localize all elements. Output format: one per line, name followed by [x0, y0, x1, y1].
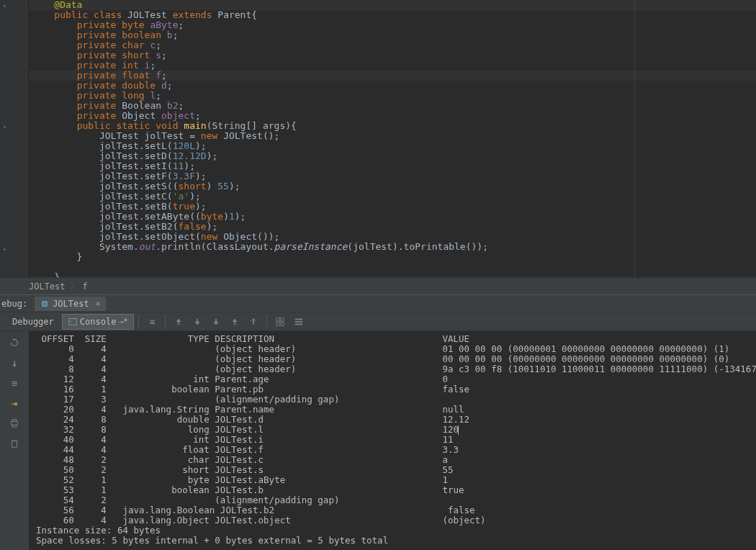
svg-rect-1	[43, 302, 47, 303]
debug-toolbar: Debugger Console →* ≡	[0, 312, 756, 331]
console-icon	[68, 317, 77, 326]
trash-icon[interactable]	[7, 436, 22, 451]
console-output[interactable]: OFFSET SIZE TYPE DESCRIPTION VALUE 0 4 (…	[29, 331, 756, 550]
code-line[interactable]: JOLTest jolTest = new JOLTest();	[29, 131, 756, 141]
console-side-toolbar: ↓ ≡ ⇥	[0, 331, 29, 550]
svg-rect-2	[43, 304, 47, 305]
code-line[interactable]: jolTest.setL(120L);	[29, 141, 756, 151]
gutter-fold-icon[interactable]: ▸	[3, 122, 7, 130]
code-line[interactable]: private char c;	[29, 40, 756, 50]
gutter-fold-icon[interactable]: ▸	[3, 1, 7, 9]
svg-rect-0	[42, 301, 48, 307]
code-line[interactable]: public static void main(String[] args){	[29, 121, 756, 131]
svg-rect-19	[12, 441, 17, 448]
toggle-soft-wrap-icon[interactable]: ≡	[143, 314, 161, 330]
editor-gutter[interactable]: ▸▸▸	[0, 0, 27, 277]
down-arrow-icon[interactable]: ↓	[7, 356, 22, 370]
svg-rect-9	[276, 317, 279, 320]
debug-session-tab[interactable]: JOLTest ✕	[35, 297, 106, 311]
step-icon[interactable]: ⇥	[7, 396, 22, 410]
svg-rect-4	[179, 322, 180, 325]
code-line[interactable]: System.out.println(ClassLayout.parseInst…	[29, 242, 756, 252]
up-stack-icon[interactable]	[170, 314, 187, 330]
code-line[interactable]: private boolean b;	[29, 30, 756, 40]
debug-tool-window-header: ebug: JOLTest ✕	[0, 294, 756, 312]
breadcrumb-method[interactable]: f	[83, 281, 88, 292]
code-line[interactable]: jolTest.setObject(new Object());	[29, 232, 756, 242]
rerun-icon[interactable]	[7, 335, 22, 350]
svg-rect-12	[281, 322, 284, 325]
code-line[interactable]: jolTest.setB2(false);	[29, 222, 756, 232]
code-line[interactable]	[29, 262, 756, 272]
code-line[interactable]: private double d;	[29, 81, 756, 91]
code-line[interactable]: jolTest.setD(12.12D);	[29, 151, 756, 161]
svg-rect-10	[281, 317, 284, 320]
svg-rect-17	[12, 420, 16, 422]
svg-rect-11	[276, 322, 279, 325]
debug-tab-label: JOLTest	[53, 299, 89, 309]
debugger-tab[interactable]: Debugger	[6, 314, 60, 330]
debug-config-icon	[40, 299, 49, 308]
code-line[interactable]: jolTest.setC('a');	[29, 191, 756, 202]
gutter-fold-icon[interactable]: ▸	[3, 245, 7, 253]
code-line[interactable]: private Object object;	[29, 111, 756, 121]
pin-icon: →*	[119, 317, 127, 325]
code-line[interactable]: @Data	[29, 0, 756, 10]
print-icon[interactable]	[7, 416, 22, 430]
breadcrumb[interactable]: JOLTest 〉 f	[0, 277, 756, 294]
svg-rect-16	[12, 421, 18, 425]
code-editor[interactable]: ▸▸▸ @Data public class JOLTest extends P…	[0, 0, 756, 277]
code-line[interactable]: }	[29, 272, 756, 277]
code-line[interactable]: jolTest.setB(true);	[29, 202, 756, 212]
svg-rect-20	[12, 441, 18, 441]
code-line[interactable]: }	[29, 252, 756, 262]
code-line[interactable]: private byte aByte;	[29, 20, 756, 30]
debug-label: ebug:	[1, 299, 27, 309]
svg-rect-18	[12, 425, 16, 428]
code-line[interactable]: public class JOLTest extends Parent{	[29, 10, 756, 20]
svg-rect-3	[69, 318, 77, 325]
breadcrumb-class[interactable]: JOLTest	[29, 281, 66, 292]
code-line[interactable]: jolTest.setF(3.3F);	[29, 171, 756, 181]
code-line[interactable]: private Boolean b2;	[29, 101, 756, 111]
down-stack-icon[interactable]	[189, 314, 206, 330]
svg-rect-15	[295, 323, 303, 325]
code-line[interactable]: jolTest.setAByte((byte)1);	[29, 212, 756, 222]
svg-rect-5	[197, 318, 199, 321]
code-line[interactable]: jolTest.setS((short) 55);	[29, 181, 756, 191]
close-icon[interactable]: ✕	[96, 299, 101, 308]
svg-rect-7	[235, 322, 236, 325]
code-line[interactable]: jolTest.setI(11);	[29, 161, 756, 171]
export-icon[interactable]	[245, 314, 262, 330]
svg-rect-14	[295, 321, 303, 323]
code-line[interactable]: private int i;	[29, 60, 756, 71]
settings-icon[interactable]	[290, 314, 307, 330]
filter-icon[interactable]: ≡	[7, 376, 22, 390]
down-stack2-icon[interactable]	[207, 314, 225, 330]
svg-rect-6	[216, 318, 217, 321]
layout-icon[interactable]	[271, 314, 289, 330]
svg-rect-8	[253, 318, 255, 324]
code-line[interactable]: private float f;	[29, 71, 756, 81]
code-line[interactable]: private short s;	[29, 50, 756, 60]
code-line[interactable]: private long l;	[29, 91, 756, 101]
up-stack2-icon[interactable]	[226, 314, 243, 330]
right-margin-line	[634, 0, 635, 277]
console-tab[interactable]: Console →*	[62, 314, 135, 330]
svg-rect-13	[295, 318, 303, 320]
